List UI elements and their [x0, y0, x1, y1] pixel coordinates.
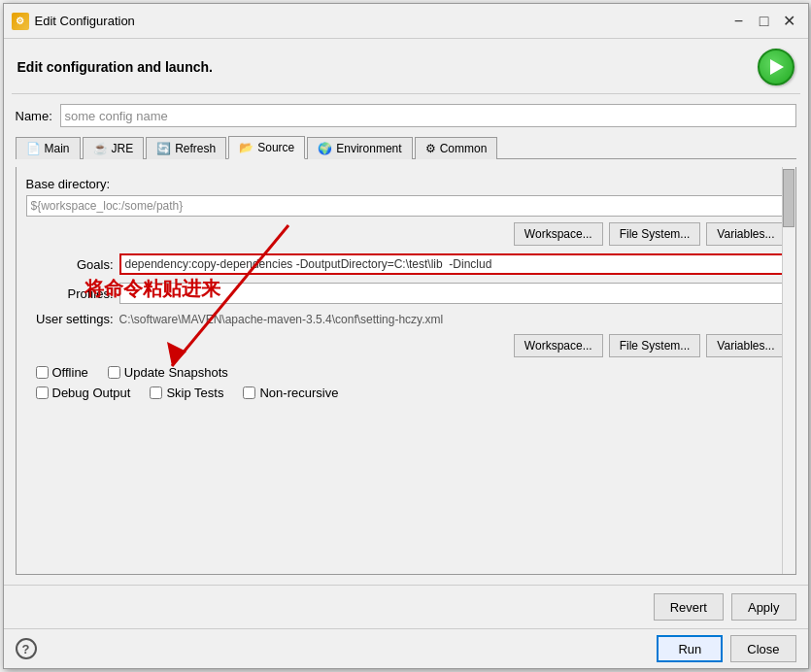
tab-source[interactable]: 📂 Source — [228, 136, 305, 159]
close-window-button[interactable]: ✕ — [779, 11, 800, 32]
tab-main-label: Main — [45, 142, 70, 155]
tab-common[interactable]: ⚙ Common — [415, 137, 498, 159]
tab-jre[interactable]: ☕ JRE — [83, 137, 145, 159]
minimize-button[interactable]: − — [728, 11, 750, 32]
offline-checkbox[interactable] — [36, 366, 49, 379]
base-dir-workspace-button[interactable]: Workspace... — [514, 222, 603, 246]
update-snapshots-checkbox[interactable] — [108, 366, 120, 379]
offline-checkbox-item: Offline — [36, 365, 88, 380]
environment-tab-icon: 🌍 — [318, 142, 332, 155]
debug-output-checkbox[interactable] — [36, 386, 49, 399]
profiles-label: Profiles: — [26, 286, 114, 301]
refresh-tab-icon: 🔄 — [156, 142, 171, 155]
non-recursive-label: Non-recursive — [259, 386, 338, 400]
edit-configuration-dialog: ⚙ Edit Configuration − □ ✕ Edit configur… — [3, 3, 809, 669]
content-area: Name: 📄 Main ☕ JRE 🔄 Refresh 📂 Source � — [4, 94, 808, 585]
profiles-input[interactable] — [119, 283, 786, 304]
user-settings-buttons: Workspace... File System... Variables... — [26, 334, 786, 357]
tab-refresh[interactable]: 🔄 Refresh — [146, 137, 226, 159]
user-settings-workspace-button[interactable]: Workspace... — [514, 334, 603, 357]
maximize-button[interactable]: □ — [754, 11, 775, 32]
base-dir-input[interactable] — [26, 195, 786, 217]
tab-environment[interactable]: 🌍 Environment — [307, 137, 412, 159]
tab-content-area: 将命令粘贴进来 Base directory: Workspace... Fil… — [16, 167, 796, 575]
debug-output-checkbox-item: Debug Output — [36, 386, 131, 400]
title-bar: ⚙ Edit Configuration − □ ✕ — [4, 4, 808, 39]
non-recursive-checkbox-item: Non-recursive — [243, 386, 338, 400]
user-settings-filesystem-button[interactable]: File System... — [609, 334, 701, 357]
profiles-row: Profiles: — [26, 283, 786, 304]
user-settings-variables-button[interactable]: Variables... — [706, 334, 785, 357]
close-footer-button[interactable]: Close — [730, 635, 795, 662]
user-settings-value: C:\software\MAVEN\apache-maven-3.5.4\con… — [119, 313, 444, 326]
app-icon: ⚙ — [12, 13, 29, 30]
base-dir-buttons: Workspace... File System... Variables... — [26, 222, 786, 246]
common-tab-icon: ⚙ — [425, 142, 436, 155]
run-button[interactable]: Run — [657, 635, 723, 662]
user-settings-label: User settings: — [26, 312, 114, 326]
title-left: ⚙ Edit Configuration — [12, 13, 135, 30]
tab-jre-label: JRE — [112, 142, 134, 155]
footer-right-buttons: Run Close — [657, 635, 795, 662]
help-icon[interactable]: ? — [16, 638, 37, 659]
offline-label: Offline — [52, 365, 88, 380]
goals-label: Goals: — [26, 257, 114, 272]
dialog-main-title: Edit configuration and launch. — [17, 59, 213, 75]
tab-common-label: Common — [440, 142, 488, 155]
update-snapshots-label: Update Snapshots — [124, 365, 228, 380]
name-label: Name: — [16, 109, 54, 123]
dialog-header: Edit configuration and launch. — [4, 39, 808, 93]
base-dir-variables-button[interactable]: Variables... — [706, 222, 785, 246]
goals-input[interactable] — [119, 253, 786, 275]
footer: ? Run Close — [4, 628, 808, 668]
tab-main[interactable]: 📄 Main — [16, 137, 81, 159]
non-recursive-checkbox[interactable] — [243, 386, 255, 399]
skip-tests-label: Skip Tests — [166, 386, 223, 400]
play-icon — [770, 59, 784, 75]
update-snapshots-checkbox-item: Update Snapshots — [108, 365, 228, 380]
main-tab-icon: 📄 — [26, 142, 41, 155]
scrollbar[interactable] — [782, 167, 795, 574]
name-input[interactable] — [60, 104, 796, 127]
tab-refresh-label: Refresh — [175, 142, 216, 155]
checkbox-row-2: Debug Output Skip Tests Non-recursive — [36, 386, 786, 400]
checkbox-row-1: Offline Update Snapshots — [36, 365, 786, 380]
bottom-action-buttons: Revert Apply — [4, 585, 808, 628]
name-row: Name: — [16, 104, 796, 127]
apply-button[interactable]: Apply — [731, 593, 796, 621]
skip-tests-checkbox[interactable] — [150, 386, 162, 399]
revert-button[interactable]: Revert — [654, 593, 724, 621]
user-settings-row: User settings: C:\software\MAVEN\apache-… — [26, 312, 786, 326]
base-dir-label: Base directory: — [26, 177, 786, 191]
goals-row: Goals: — [26, 253, 786, 275]
tab-source-label: Source — [257, 141, 294, 154]
source-tab-icon: 📂 — [239, 141, 253, 154]
scrollbar-thumb[interactable] — [783, 169, 794, 227]
window-title: Edit Configuration — [35, 14, 135, 28]
jre-tab-icon: ☕ — [93, 142, 108, 155]
title-buttons: − □ ✕ — [728, 11, 800, 32]
base-dir-filesystem-button[interactable]: File System... — [609, 222, 701, 246]
tabs-bar: 📄 Main ☕ JRE 🔄 Refresh 📂 Source 🌍 Enviro… — [16, 135, 796, 159]
run-play-button[interactable] — [758, 49, 794, 85]
debug-output-label: Debug Output — [52, 386, 131, 400]
tab-environment-label: Environment — [336, 142, 401, 155]
skip-tests-checkbox-item: Skip Tests — [150, 386, 223, 400]
